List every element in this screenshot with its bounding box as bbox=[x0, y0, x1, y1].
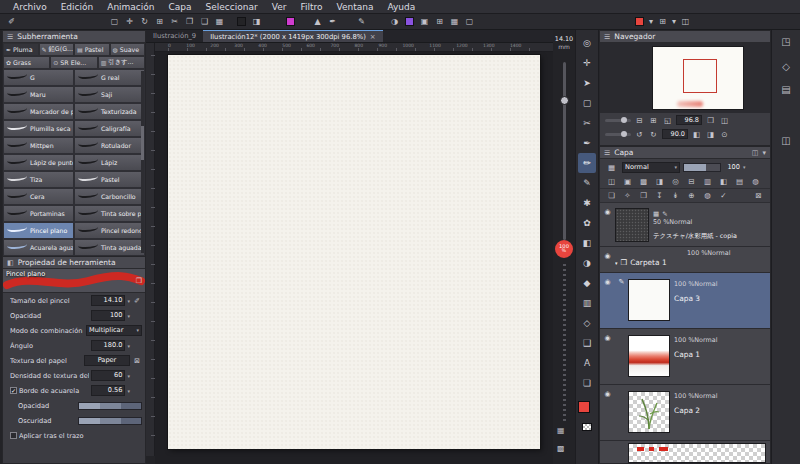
lock-layer-icon[interactable]: ▣ bbox=[620, 177, 635, 186]
zoom-out-icon[interactable]: ⊟ bbox=[634, 116, 645, 125]
watercolor-edge-checkbox[interactable]: ✓ bbox=[10, 387, 17, 394]
brush-item[interactable]: Marcador de punta plana bbox=[3, 103, 74, 120]
blend-tool-icon[interactable]: ◑ bbox=[578, 253, 596, 273]
navigator-view-frame[interactable] bbox=[683, 59, 717, 93]
brush-tool-icon[interactable]: ✏ bbox=[578, 153, 596, 173]
frame-select-icon[interactable]: ▢ bbox=[462, 17, 477, 26]
zoom-value[interactable]: 96.8 bbox=[676, 115, 702, 125]
mask-enable-icon[interactable]: ◨ bbox=[652, 177, 667, 186]
navigator-preview-area[interactable] bbox=[600, 43, 770, 113]
rotate-icon[interactable]: ↻ bbox=[137, 17, 152, 26]
brush-item[interactable]: Cera bbox=[3, 188, 74, 205]
copy-icon[interactable]: ❐ bbox=[182, 17, 197, 26]
layer-thumbnail[interactable] bbox=[628, 335, 670, 377]
fit-window-icon[interactable]: ◫ bbox=[719, 116, 730, 125]
history-panel-icon[interactable]: ◫ bbox=[781, 135, 790, 146]
material-list-panel-icon[interactable]: ▤ bbox=[781, 84, 790, 95]
menu-ayuda[interactable]: Ayuda bbox=[380, 2, 422, 12]
menu-seleccionar[interactable]: Seleccionar bbox=[199, 2, 265, 12]
zoom-tool-icon[interactable]: ◎ bbox=[578, 33, 596, 53]
folder-expand-icon[interactable]: ▾ bbox=[615, 260, 618, 266]
delete-layer-icon[interactable]: ⊠ bbox=[751, 191, 766, 200]
menu-capa[interactable]: Capa bbox=[162, 2, 199, 12]
checker-small-icon[interactable]: ▩ bbox=[557, 444, 565, 453]
selection-tool-icon[interactable]: ▢ bbox=[578, 93, 596, 113]
subtool-tab-lapiz[interactable]: ✎鉛G(G... bbox=[39, 43, 75, 56]
zoom-mini-knob[interactable] bbox=[621, 117, 627, 123]
brush-item[interactable]: Plumilla seca bbox=[3, 120, 74, 137]
subtool-tab-hikisu[interactable]: ▥引きす... bbox=[98, 56, 145, 69]
brush-item[interactable]: Maru bbox=[3, 86, 74, 103]
darkness-slider[interactable] bbox=[78, 417, 142, 425]
layer-row-capa3-selected[interactable]: ◉ ✎ 100 %Normal Capa 3 bbox=[600, 273, 770, 329]
menu-archivo[interactable]: Archivo bbox=[6, 2, 54, 12]
pencil-tool-icon[interactable]: ✎ bbox=[578, 173, 596, 193]
layer-row-capa2[interactable]: ◉ 100 %Normal Capa 2 bbox=[600, 385, 770, 441]
subview-panel-icon[interactable]: ◳ bbox=[781, 36, 790, 47]
watercolor-edge-input[interactable]: 0.56 bbox=[91, 385, 125, 396]
panel-menu-icon[interactable]: ◧ bbox=[7, 259, 14, 267]
slider-caret-icon[interactable]: ▾ bbox=[127, 373, 130, 379]
frame-tool-icon[interactable]: ❑ bbox=[578, 333, 596, 353]
brush-item[interactable]: Texturizada bbox=[74, 103, 145, 120]
blend-mode-dropdown[interactable]: Multiplicar▾ bbox=[86, 325, 142, 336]
layer-visibility-icon[interactable]: ◉ bbox=[600, 203, 615, 246]
pen-tool-icon[interactable]: ✒ bbox=[578, 133, 596, 153]
operation-tool-icon[interactable]: ➤ bbox=[578, 73, 596, 93]
color-caret-icon[interactable]: ▾ bbox=[647, 17, 655, 26]
slider-caret-icon[interactable]: ▾ bbox=[127, 343, 130, 349]
brush-item[interactable]: Mittpen bbox=[3, 137, 74, 154]
angle-input[interactable]: 180.0 bbox=[91, 340, 125, 351]
magenta-color-swatch[interactable] bbox=[286, 17, 295, 26]
brush-size-options-icon[interactable]: ✐ bbox=[132, 297, 142, 305]
palette-icon[interactable]: ◍ bbox=[748, 177, 763, 186]
rotate-mini-knob[interactable] bbox=[621, 131, 627, 137]
brush-size-input[interactable]: 14.10 bbox=[91, 295, 125, 306]
layer-visibility-icon[interactable]: ◉ bbox=[600, 247, 615, 272]
onion-skin-icon[interactable]: ◧ bbox=[716, 177, 731, 186]
brush-item[interactable]: Pincel redondo bbox=[74, 222, 145, 239]
menu-filtro[interactable]: Filtro bbox=[293, 2, 329, 12]
layer-row-partial[interactable] bbox=[600, 441, 770, 463]
selection-icon[interactable]: ▢ bbox=[107, 17, 122, 26]
layer-name[interactable]: Carpeta 1 bbox=[630, 258, 666, 267]
slider-caret-icon[interactable]: ▾ bbox=[127, 388, 130, 394]
layer-name[interactable]: Capa 1 bbox=[674, 350, 770, 359]
menu-edicion[interactable]: Edición bbox=[54, 2, 101, 12]
layer-visibility-icon[interactable]: ◉ bbox=[600, 273, 615, 328]
balloon-tool-icon[interactable]: ❏ bbox=[578, 373, 596, 393]
panel-toggle-icon[interactable]: ◫ bbox=[678, 17, 693, 26]
delete-texture-icon[interactable]: ⊠ bbox=[132, 357, 142, 365]
decoration-tool-icon[interactable]: ✿ bbox=[578, 213, 596, 233]
lock-alpha-icon[interactable]: ▩ bbox=[636, 177, 651, 186]
slider-caret-icon[interactable]: ▾ bbox=[127, 313, 130, 319]
grid-small-icon[interactable]: ▦ bbox=[557, 426, 565, 435]
purple-tool-swatch[interactable] bbox=[405, 17, 414, 26]
subtool-tab-pastel[interactable]: ▤Pastel bbox=[74, 43, 110, 56]
opacity-input[interactable]: 100 bbox=[91, 310, 125, 321]
layer-visibility-icon[interactable]: ◉ bbox=[600, 385, 615, 440]
layer-row-texture[interactable]: ◉ ▦ ✎ 50 %Normal テクスチャ/水彩用紙 - copia bbox=[600, 203, 770, 247]
brush-item[interactable]: Tinta sobre papel húmedo bbox=[74, 205, 145, 222]
figure-tool-icon[interactable]: ◇ bbox=[578, 313, 596, 333]
more-caret-icon[interactable]: ▾ bbox=[670, 17, 678, 26]
new-folder-icon[interactable]: ❒ bbox=[636, 191, 651, 200]
extract-line-icon[interactable]: ▤ bbox=[732, 177, 747, 186]
snap-grid-icon[interactable]: ⊞ bbox=[152, 17, 167, 26]
panel-menu-icon[interactable]: ☰ bbox=[604, 149, 610, 157]
reset-rotation-icon[interactable]: ⊙ bbox=[719, 130, 730, 139]
layer-name[interactable]: Capa 2 bbox=[674, 406, 770, 415]
menu-animacion[interactable]: Animación bbox=[100, 2, 161, 12]
brush-item[interactable]: Tiza bbox=[3, 171, 74, 188]
new-vector-layer-icon[interactable]: ✧ bbox=[620, 191, 635, 200]
clip-to-layer-icon[interactable]: ◫ bbox=[604, 177, 619, 186]
layer-opacity-value[interactable]: 100 bbox=[724, 163, 740, 171]
panel-menu-icon[interactable]: ☰ bbox=[604, 33, 610, 41]
register-settings-icon[interactable]: ❐ bbox=[136, 277, 142, 285]
airbrush-tool-icon[interactable]: ✱ bbox=[578, 193, 596, 213]
brush-item[interactable]: Acuarela aguada bbox=[3, 239, 74, 256]
fill-tool-icon[interactable]: ◆ bbox=[578, 273, 596, 293]
slider-caret-icon[interactable]: ▾ bbox=[127, 298, 130, 304]
close-tab-icon[interactable]: × bbox=[370, 33, 376, 41]
main-color-swatch[interactable] bbox=[578, 401, 590, 413]
